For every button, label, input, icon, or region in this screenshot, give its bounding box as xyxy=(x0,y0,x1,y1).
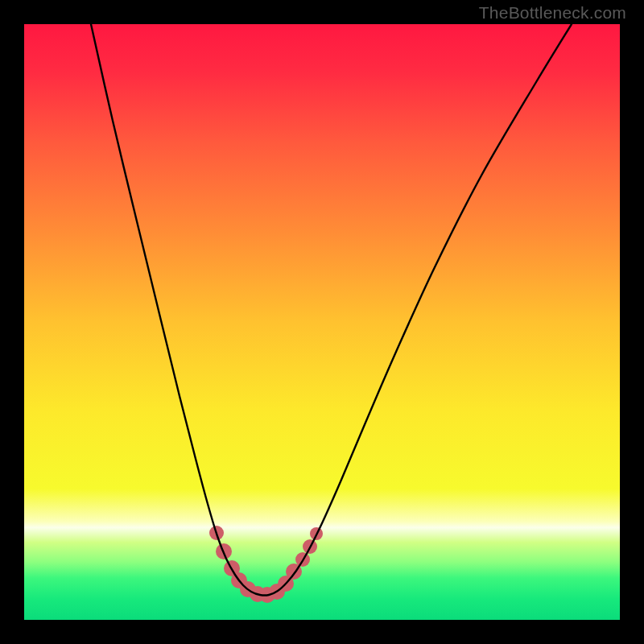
chart-frame: TheBottleneck.com xyxy=(0,0,644,644)
plot-area xyxy=(24,24,620,620)
watermark-text: TheBottleneck.com xyxy=(479,3,626,23)
bottleneck-curve xyxy=(91,24,572,596)
curve-layer xyxy=(24,24,620,620)
curve-markers xyxy=(209,526,323,603)
